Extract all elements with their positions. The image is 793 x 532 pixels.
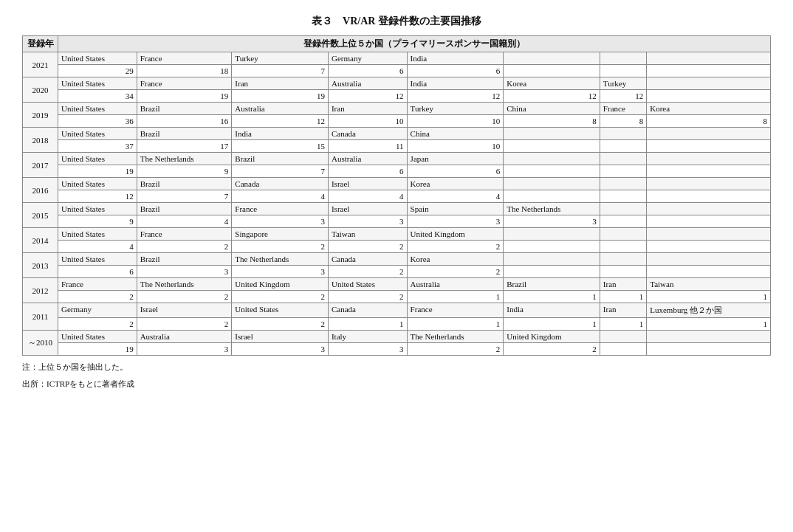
country-cell: Korea: [407, 253, 504, 266]
count-cell: 7: [232, 65, 329, 77]
count-cell: 12: [232, 115, 329, 128]
year-cell-2018: 2018: [23, 128, 58, 153]
count-cell: 7: [137, 190, 232, 203]
year-cell-2014: 2014: [23, 228, 58, 253]
country-cell: Korea: [647, 103, 771, 115]
year-cell-～2010: ～2010: [23, 331, 58, 356]
count-cell: [504, 266, 600, 278]
country-cell: Brazil: [504, 278, 600, 291]
country-cell: United States: [328, 278, 407, 291]
country-cell: Israel: [328, 178, 407, 190]
count-cell: 3: [232, 215, 329, 228]
count-cell: 19: [58, 165, 137, 178]
country-cell: France: [137, 77, 232, 90]
year-cell-2011: 2011: [23, 303, 58, 331]
country-cell: France: [600, 103, 646, 115]
country-cell: Iran: [232, 77, 329, 90]
country-cell: France: [58, 278, 137, 291]
country-cell: China: [407, 128, 504, 140]
count-cell: 11: [328, 140, 407, 153]
count-cell: 2: [407, 266, 504, 278]
country-cell: Brazil: [137, 253, 232, 266]
country-cell: United Kingdom: [232, 278, 329, 291]
country-cell: Germany: [328, 52, 407, 65]
country-cell: Luxemburg 他２か国: [647, 303, 771, 318]
country-cell: Australia: [137, 331, 232, 343]
country-cell: France: [232, 203, 329, 215]
count-cell: 6: [58, 266, 137, 278]
country-cell: Brazil: [232, 153, 329, 165]
count-cell: 1: [600, 291, 646, 303]
count-cell: [504, 65, 600, 77]
count-cell: 2: [232, 318, 329, 331]
country-cell: United States: [58, 103, 137, 115]
header-year: 登録年: [23, 36, 58, 52]
count-cell: 4: [232, 190, 329, 203]
country-cell: France: [137, 228, 232, 241]
count-cell: 12: [504, 90, 600, 103]
country-cell: China: [504, 103, 600, 115]
country-cell: Canada: [328, 128, 407, 140]
country-cell: [600, 228, 646, 241]
year-cell-2015: 2015: [23, 203, 58, 228]
country-cell: United States: [58, 178, 137, 190]
count-cell: 12: [58, 190, 137, 203]
country-cell: [600, 203, 646, 215]
count-cell: [600, 241, 646, 253]
country-cell: Israel: [137, 303, 232, 318]
note-2: 出所：ICTRPをもとに著者作成: [22, 379, 771, 390]
country-cell: Spain: [407, 203, 504, 215]
count-cell: [504, 190, 600, 203]
country-cell: [504, 178, 600, 190]
year-cell-2017: 2017: [23, 153, 58, 178]
count-cell: 3: [137, 266, 232, 278]
country-cell: [647, 178, 771, 190]
count-cell: 1: [328, 318, 407, 331]
country-cell: Italy: [328, 331, 407, 343]
count-cell: 36: [58, 115, 137, 128]
count-cell: 6: [407, 65, 504, 77]
country-cell: [504, 52, 600, 65]
count-cell: 1: [407, 291, 504, 303]
count-cell: 12: [328, 90, 407, 103]
country-cell: India: [407, 52, 504, 65]
country-cell: Taiwan: [647, 278, 771, 291]
count-cell: 2: [137, 291, 232, 303]
count-cell: [600, 215, 646, 228]
country-cell: Israel: [328, 203, 407, 215]
count-cell: 4: [137, 215, 232, 228]
country-cell: Turkey: [232, 52, 329, 65]
country-cell: United States: [58, 253, 137, 266]
main-table: 登録年 登録件数上位５か国（プライマリースポンサー国籍別） 2021United…: [22, 35, 771, 356]
count-cell: [647, 190, 771, 203]
count-cell: [647, 215, 771, 228]
count-cell: 2: [58, 291, 137, 303]
country-cell: Brazil: [137, 128, 232, 140]
count-cell: [600, 165, 646, 178]
country-cell: [600, 331, 646, 343]
count-cell: [600, 190, 646, 203]
count-cell: [600, 65, 646, 77]
table-title: 表３ VR/AR 登録件数の主要国推移: [22, 15, 771, 28]
country-cell: United States: [58, 228, 137, 241]
country-cell: [647, 77, 771, 90]
country-cell: Singapore: [232, 228, 329, 241]
country-cell: [600, 128, 646, 140]
country-cell: Australia: [328, 153, 407, 165]
count-cell: 12: [407, 90, 504, 103]
count-cell: 1: [647, 318, 771, 331]
count-cell: 9: [58, 215, 137, 228]
country-cell: Japan: [407, 153, 504, 165]
count-cell: 3: [328, 343, 407, 356]
count-cell: 2: [328, 241, 407, 253]
count-cell: [600, 266, 646, 278]
country-cell: [647, 253, 771, 266]
country-cell: [504, 253, 600, 266]
count-cell: 1: [600, 318, 646, 331]
count-cell: 2: [137, 318, 232, 331]
country-cell: United States: [58, 203, 137, 215]
count-cell: 2: [232, 291, 329, 303]
count-cell: 15: [232, 140, 329, 153]
country-cell: The Netherlands: [232, 253, 329, 266]
count-cell: 34: [58, 90, 137, 103]
